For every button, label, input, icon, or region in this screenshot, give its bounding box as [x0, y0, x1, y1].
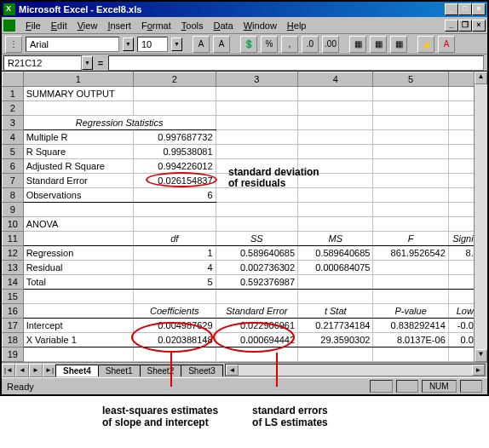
grid-icon[interactable]: ▦: [390, 36, 407, 53]
font-size-select[interactable]: 10: [137, 37, 168, 52]
worksheet-grid[interactable]: 1 2 3 4 5 1SUMMARY OUTPUT 2 3Regression …: [2, 72, 487, 362]
row-header[interactable]: 3: [3, 116, 24, 130]
minimize-button[interactable]: _: [445, 3, 458, 15]
cell[interactable]: [298, 290, 373, 304]
menu-view[interactable]: View: [72, 19, 103, 32]
cell[interactable]: [298, 116, 373, 130]
inc-decimal-icon[interactable]: .0: [302, 36, 319, 53]
menu-help[interactable]: Help: [282, 19, 312, 32]
row-header[interactable]: 8: [3, 188, 24, 203]
scroll-right-icon[interactable]: ►: [472, 365, 485, 376]
row-header[interactable]: 17: [3, 319, 24, 333]
cell[interactable]: 0.997687732: [134, 130, 216, 145]
tab-nav-next-icon[interactable]: ►: [29, 364, 43, 377]
cell[interactable]: [134, 101, 216, 116]
row-header[interactable]: 13: [3, 261, 24, 275]
row-header[interactable]: 5: [3, 145, 24, 159]
cell[interactable]: Regression Statistics: [23, 116, 216, 130]
doc-minimize-button[interactable]: _: [445, 20, 458, 32]
percent-icon[interactable]: %: [261, 36, 278, 53]
col-header[interactable]: 3: [216, 72, 298, 87]
menu-edit[interactable]: Edit: [46, 19, 72, 32]
scroll-down-icon[interactable]: ▼: [475, 349, 487, 362]
cell[interactable]: [23, 290, 133, 304]
formula-bar[interactable]: [108, 55, 484, 71]
row-header[interactable]: 12: [3, 246, 24, 261]
horizontal-scrollbar[interactable]: ◄ ►: [225, 364, 486, 376]
cell[interactable]: [23, 304, 133, 319]
cell[interactable]: [216, 203, 298, 217]
cell[interactable]: 4: [134, 261, 216, 275]
doc-close-button[interactable]: ×: [472, 20, 486, 32]
cell[interactable]: Observations: [23, 188, 133, 203]
cell[interactable]: R Square: [23, 145, 133, 159]
row-header[interactable]: 2: [3, 101, 24, 116]
cell[interactable]: 0.589640685: [298, 246, 373, 261]
cell[interactable]: [216, 87, 298, 101]
cell[interactable]: Multiple R: [23, 130, 133, 145]
cell[interactable]: [298, 217, 373, 232]
cell[interactable]: 29.3590302: [298, 333, 373, 347]
name-box[interactable]: R21C12: [3, 55, 82, 71]
cell[interactable]: [373, 101, 448, 116]
cell[interactable]: 8.0137E-06: [373, 333, 448, 347]
cell[interactable]: 6: [134, 188, 216, 203]
menu-data[interactable]: Data: [208, 19, 238, 32]
row-header[interactable]: 16: [3, 304, 24, 319]
cell[interactable]: [298, 130, 373, 145]
close-button[interactable]: ×: [472, 3, 486, 15]
row-header[interactable]: 7: [3, 174, 24, 188]
cell[interactable]: 1: [134, 246, 216, 261]
cell[interactable]: 0.000694442: [216, 333, 298, 347]
corner-cell[interactable]: [3, 72, 24, 87]
font-shrink-icon[interactable]: A: [213, 36, 230, 53]
cell[interactable]: [23, 203, 133, 217]
tab-nav-prev-icon[interactable]: ◄: [15, 364, 29, 377]
cell[interactable]: [216, 130, 298, 145]
cell[interactable]: 861.9526542: [373, 246, 448, 261]
cell[interactable]: [373, 290, 448, 304]
sheet-tab[interactable]: Sheet3: [181, 365, 223, 376]
cell[interactable]: 5: [134, 275, 216, 290]
row-header[interactable]: 11: [3, 232, 24, 246]
cell[interactable]: [23, 347, 133, 362]
cell[interactable]: [373, 275, 448, 290]
cell[interactable]: [216, 174, 298, 188]
font-name-dropdown[interactable]: ▼: [123, 37, 134, 51]
comma-icon[interactable]: ,: [281, 36, 298, 53]
cell[interactable]: [373, 145, 448, 159]
cell[interactable]: [298, 188, 373, 203]
cell[interactable]: [216, 145, 298, 159]
row-header[interactable]: 18: [3, 333, 24, 347]
cell[interactable]: X Variable 1: [23, 333, 133, 347]
cell[interactable]: [298, 145, 373, 159]
font-name-select[interactable]: Arial: [26, 37, 119, 52]
cell[interactable]: ANOVA: [23, 217, 133, 232]
tab-nav-first-icon[interactable]: |◄: [2, 364, 15, 377]
cell[interactable]: [373, 203, 448, 217]
cell[interactable]: 0.022906961: [216, 319, 298, 333]
cell[interactable]: [373, 174, 448, 188]
cell[interactable]: MS: [298, 232, 373, 246]
cell[interactable]: [216, 347, 298, 362]
cell[interactable]: [298, 174, 373, 188]
scroll-left-icon[interactable]: ◄: [226, 365, 239, 376]
font-size-dropdown[interactable]: ▼: [171, 37, 182, 51]
dec-decimal-icon[interactable]: .00: [322, 36, 339, 53]
cell[interactable]: [298, 203, 373, 217]
cell[interactable]: Coefficients: [134, 304, 216, 319]
row-header[interactable]: 19: [3, 347, 24, 362]
scroll-track[interactable]: [239, 365, 472, 376]
row-header[interactable]: 6: [3, 159, 24, 174]
cell[interactable]: [216, 290, 298, 304]
cell[interactable]: [216, 159, 298, 174]
font-color-icon[interactable]: A: [438, 36, 455, 53]
cell[interactable]: 0.994226012: [134, 159, 216, 174]
col-header[interactable]: 1: [23, 72, 133, 87]
cell[interactable]: [373, 87, 448, 101]
cell[interactable]: 0.026154837: [134, 174, 216, 188]
borders-icon[interactable]: ▦: [370, 36, 387, 53]
cell[interactable]: 0.838292414: [373, 319, 448, 333]
col-header[interactable]: 2: [134, 72, 216, 87]
sheet-tab[interactable]: Sheet1: [98, 365, 141, 376]
